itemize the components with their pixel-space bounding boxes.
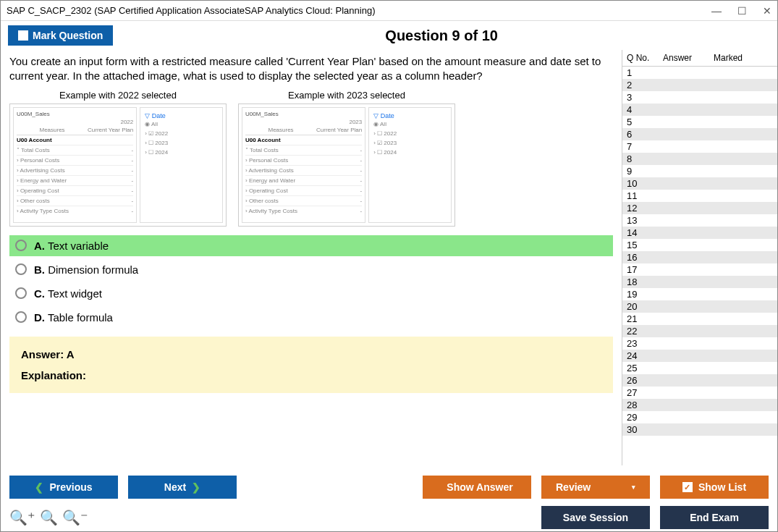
- option-text: C. Text widget: [34, 287, 102, 300]
- col-answer: Answer: [663, 53, 714, 63]
- question-text: You create an input form with a restrict…: [9, 54, 613, 84]
- question-nav-row[interactable]: 15: [622, 239, 777, 251]
- answer-option[interactable]: A. Text variable: [9, 235, 613, 256]
- question-nav-row[interactable]: 24: [622, 350, 777, 362]
- question-nav-row[interactable]: 17: [622, 263, 777, 276]
- checkbox-checked-icon: ✓: [682, 482, 693, 492]
- mark-question-button[interactable]: Mark Question: [8, 25, 113, 46]
- question-nav-row[interactable]: 13: [622, 214, 777, 227]
- previous-button[interactable]: ❮ Previous: [9, 476, 118, 499]
- window-title: SAP C_SACP_2302 (SAP Certified Applicati…: [7, 5, 375, 16]
- question-nav-row[interactable]: 14: [622, 227, 777, 239]
- question-nav-row[interactable]: 22: [622, 325, 777, 337]
- zoom-icon[interactable]: 🔍: [40, 509, 58, 526]
- col-marked: Marked: [714, 53, 757, 63]
- question-nav-row[interactable]: 29: [622, 411, 777, 423]
- radio-icon: [15, 311, 27, 323]
- image-panel: U00M_Sales2023MeasuresCurrent Year PlanU…: [238, 104, 455, 227]
- question-nav-row[interactable]: 27: [622, 387, 777, 399]
- zoom-in-icon[interactable]: 🔍⁺: [9, 509, 35, 526]
- show-list-label: Show List: [698, 481, 746, 493]
- radio-icon: [15, 240, 27, 251]
- filter-preview: ▽ Date◉ All› ☑ 2022› ☐ 2023› ☐ 2024: [140, 107, 223, 223]
- close-icon[interactable]: ✕: [763, 5, 771, 17]
- image-caption: Example with 2022 selected: [9, 90, 227, 101]
- content: You create an input form with a restrict…: [1, 50, 622, 465]
- example-image: Example with 2022 selectedU00M_Sales2022…: [9, 90, 227, 227]
- answer-option[interactable]: D. Table formula: [9, 307, 613, 328]
- question-nav-row[interactable]: 30: [622, 423, 777, 436]
- question-nav-row[interactable]: 1: [622, 67, 777, 79]
- question-nav-row[interactable]: 19: [622, 288, 777, 300]
- question-nav-row[interactable]: 12: [622, 202, 777, 214]
- save-session-button[interactable]: Save Session: [541, 506, 650, 529]
- question-nav-row[interactable]: 6: [622, 128, 777, 140]
- question-nav-row[interactable]: 8: [622, 153, 777, 165]
- question-nav-row[interactable]: 2: [622, 79, 777, 91]
- question-nav-row[interactable]: 9: [622, 165, 777, 177]
- answer-option[interactable]: B. Dimension formula: [9, 259, 613, 280]
- question-nav-row[interactable]: 26: [622, 374, 777, 387]
- minimize-icon[interactable]: —: [711, 5, 722, 17]
- question-nav-row[interactable]: 10: [622, 177, 777, 190]
- image-caption: Example with 2023 selected: [238, 90, 455, 101]
- question-nav-row[interactable]: 7: [622, 140, 777, 153]
- question-nav-row[interactable]: 21: [622, 313, 777, 325]
- chevron-right-icon: ❯: [192, 481, 200, 493]
- question-nav-row[interactable]: 3: [622, 91, 777, 104]
- answer-box: Answer: A Explanation:: [9, 337, 613, 393]
- checkbox-icon: [18, 30, 28, 41]
- footer-row2: 🔍⁺ 🔍 🔍⁻ Save Session End Exam: [9, 506, 769, 529]
- footer-row1: ❮ Previous Next ❯ Show Answer Review ▾ ✓…: [9, 476, 769, 499]
- review-button[interactable]: Review ▾: [541, 476, 650, 499]
- options: A. Text variableB. Dimension formulaC. T…: [9, 235, 613, 328]
- answer-option[interactable]: C. Text widget: [9, 283, 613, 304]
- explanation-label: Explanation:: [21, 369, 601, 381]
- table-preview: U00M_Sales2023MeasuresCurrent Year PlanU…: [242, 107, 365, 223]
- header: Mark Question Question 9 of 10: [1, 21, 777, 50]
- question-nav-row[interactable]: 11: [622, 190, 777, 202]
- option-text: B. Dimension formula: [34, 263, 138, 276]
- footer: ❮ Previous Next ❯ Show Answer Review ▾ ✓…: [1, 470, 777, 531]
- question-nav-row[interactable]: 4: [622, 104, 777, 116]
- sidebar: Q No. Answer Marked 12345678910111213141…: [622, 50, 777, 465]
- example-image: Example with 2023 selectedU00M_Sales2023…: [238, 90, 455, 227]
- image-panel: U00M_Sales2022MeasuresCurrent Year PlanU…: [9, 104, 227, 227]
- chevron-down-icon: ▾: [632, 484, 635, 491]
- previous-label: Previous: [49, 481, 92, 493]
- main: You create an input form with a restrict…: [1, 50, 777, 465]
- question-title: Question 9 of 10: [113, 28, 770, 44]
- question-nav-row[interactable]: 18: [622, 276, 777, 288]
- end-exam-button[interactable]: End Exam: [660, 506, 769, 529]
- col-qno: Q No.: [627, 53, 663, 63]
- titlebar: SAP C_SACP_2302 (SAP Certified Applicati…: [1, 1, 777, 21]
- answer-label: Answer: A: [21, 348, 601, 360]
- filter-preview: ▽ Date◉ All› ☐ 2022› ☑ 2023› ☐ 2024: [368, 107, 452, 223]
- images-row: Example with 2022 selectedU00M_Sales2022…: [9, 90, 613, 227]
- question-nav-row[interactable]: 16: [622, 251, 777, 263]
- question-nav-row[interactable]: 28: [622, 399, 777, 411]
- mark-label: Mark Question: [33, 30, 103, 41]
- radio-icon: [15, 287, 27, 299]
- window-controls: — ☐ ✕: [711, 5, 771, 17]
- save-session-label: Save Session: [563, 512, 628, 523]
- sidebar-header: Q No. Answer Marked: [622, 50, 777, 67]
- show-answer-button[interactable]: Show Answer: [423, 476, 531, 499]
- question-nav-row[interactable]: 23: [622, 337, 777, 350]
- zoom-controls: 🔍⁺ 🔍 🔍⁻: [9, 509, 88, 526]
- show-list-button[interactable]: ✓ Show List: [660, 476, 769, 499]
- question-nav-row[interactable]: 5: [622, 116, 777, 128]
- next-button[interactable]: Next ❯: [128, 476, 237, 499]
- chevron-left-icon: ❮: [35, 481, 43, 493]
- sidebar-list[interactable]: 1234567891011121314151617181920212223242…: [622, 67, 777, 465]
- question-nav-row[interactable]: 25: [622, 362, 777, 374]
- option-text: A. Text variable: [34, 240, 109, 252]
- show-answer-label: Show Answer: [447, 481, 512, 493]
- option-text: D. Table formula: [34, 311, 113, 324]
- zoom-out-icon[interactable]: 🔍⁻: [62, 509, 88, 526]
- question-nav-row[interactable]: 20: [622, 300, 777, 313]
- maximize-icon[interactable]: ☐: [737, 5, 747, 17]
- review-label: Review: [556, 481, 591, 493]
- table-preview: U00M_Sales2022MeasuresCurrent Year PlanU…: [13, 107, 137, 223]
- radio-icon: [15, 263, 27, 275]
